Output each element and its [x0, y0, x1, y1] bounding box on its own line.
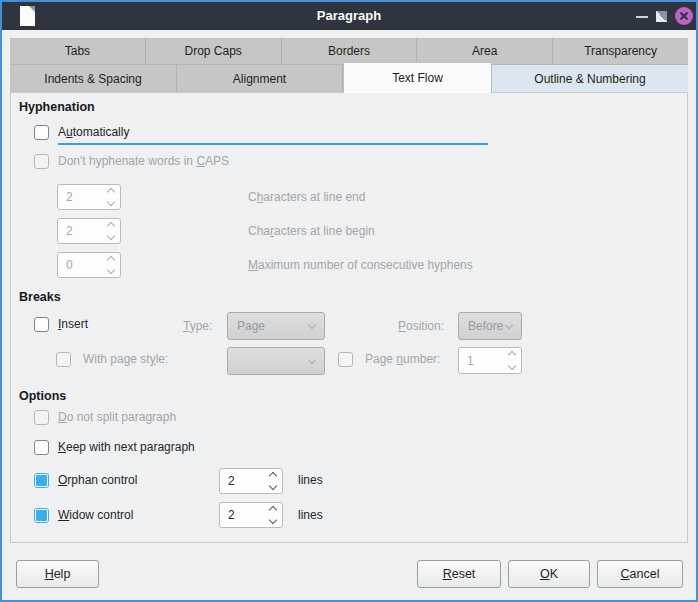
page-number-spinner: 1 [458, 347, 522, 374]
insert-checkbox[interactable] [34, 317, 49, 332]
orphan-lines-value: 2 [228, 474, 235, 488]
tab-transparency[interactable]: Transparency [553, 38, 688, 65]
options-heading: Options [19, 389, 66, 403]
focus-underline [58, 143, 488, 145]
with-page-style-checkbox [56, 352, 71, 367]
tab-row-1: Tabs Drop Caps Borders Area Transparency [10, 38, 688, 65]
widow-control-checkbox[interactable] [34, 508, 49, 523]
paragraph-dialog: Paragraph Tabs Drop Caps Borders Area Tr… [0, 0, 698, 602]
spin-up-icon[interactable] [269, 506, 277, 514]
spin-down-icon [508, 362, 516, 370]
spin-up-icon [107, 256, 115, 264]
chevron-down-icon [308, 321, 316, 329]
chars-line-begin-value: 2 [66, 224, 73, 238]
spin-down-icon[interactable] [269, 482, 277, 490]
automatically-checkbox[interactable] [34, 125, 49, 140]
chevron-down-icon [505, 321, 513, 329]
chars-line-end-label: Characters at line end [248, 189, 365, 206]
chars-line-end-value: 2 [66, 190, 73, 204]
spin-up-icon[interactable] [269, 472, 277, 480]
widow-lines-value: 2 [228, 508, 235, 522]
widow-control-label[interactable]: Widow control [58, 507, 133, 524]
page-number-label: Page number: [365, 351, 440, 368]
cancel-button[interactable]: Cancel [597, 560, 683, 588]
page-number-checkbox [338, 352, 353, 367]
type-dropdown: Page [227, 312, 325, 340]
orphan-control-label[interactable]: Orphan control [58, 472, 137, 489]
do-not-split-label: Do not split paragraph [58, 409, 176, 426]
with-page-style-label: With page style: [83, 351, 168, 368]
reset-button[interactable]: Reset [417, 560, 501, 588]
position-label: Position: [398, 318, 444, 335]
chars-line-end-spinner: 2 [57, 184, 121, 210]
widow-lines-suffix: lines [298, 507, 323, 524]
orphan-control-checkbox[interactable] [34, 473, 49, 488]
tab-indents-spacing[interactable]: Indents & Spacing [10, 65, 177, 92]
page-style-dropdown [227, 347, 325, 375]
spin-down-icon [107, 232, 115, 240]
spin-up-icon [508, 351, 516, 359]
tab-alignment[interactable]: Alignment [177, 65, 343, 92]
ok-button[interactable]: OK [508, 560, 590, 588]
orphan-lines-spinner[interactable]: 2 [219, 468, 283, 494]
tab-tabs[interactable]: Tabs [10, 38, 146, 65]
max-hyphens-value: 0 [66, 258, 73, 272]
help-button[interactable]: Help [16, 560, 99, 588]
orphan-lines-suffix: lines [298, 472, 323, 489]
minimize-icon[interactable] [636, 16, 648, 18]
type-label: Type: [183, 318, 212, 335]
widow-lines-spinner[interactable]: 2 [219, 502, 283, 528]
tab-drop-caps[interactable]: Drop Caps [146, 38, 282, 65]
do-not-split-checkbox [34, 410, 49, 425]
max-hyphens-spinner: 0 [57, 252, 121, 278]
spin-down-icon [107, 266, 115, 274]
max-hyphens-label: Maximum number of consecutive hyphens [248, 257, 473, 274]
spin-up-icon [107, 222, 115, 230]
keep-with-next-label[interactable]: Keep with next paragraph [58, 439, 195, 456]
spin-up-icon [107, 188, 115, 196]
chevron-down-icon [308, 356, 316, 364]
automatically-label[interactable]: Automatically [58, 124, 129, 141]
position-dropdown: Before [458, 312, 522, 340]
keep-with-next-checkbox[interactable] [34, 440, 49, 455]
chars-line-begin-spinner: 2 [57, 218, 121, 244]
close-icon[interactable] [675, 7, 693, 25]
type-value: Page [237, 319, 265, 333]
window-title: Paragraph [2, 2, 696, 30]
insert-label[interactable]: Insert [58, 316, 88, 333]
tab-outline-numbering[interactable]: Outline & Numbering [492, 65, 688, 92]
hyphenation-heading: Hyphenation [19, 100, 95, 114]
page-number-value: 1 [467, 354, 474, 368]
no-caps-checkbox [34, 154, 49, 169]
chars-line-begin-label: Characters at line begin [248, 223, 375, 240]
breaks-heading: Breaks [19, 290, 61, 304]
restore-icon[interactable] [656, 11, 667, 22]
tab-text-flow[interactable]: Text Flow [343, 62, 492, 93]
spin-down-icon [107, 198, 115, 206]
tab-borders[interactable]: Borders [282, 38, 418, 65]
tab-area[interactable]: Area [417, 38, 553, 65]
spin-down-icon[interactable] [269, 516, 277, 524]
titlebar[interactable]: Paragraph [2, 2, 696, 30]
position-value: Before [468, 319, 503, 333]
no-caps-label: Don't hyphenate words in CAPS [58, 153, 229, 170]
